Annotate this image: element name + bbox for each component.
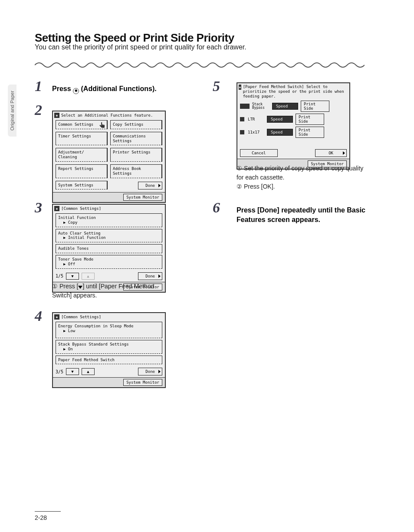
step1-text-b: (Additional Functions). <box>79 85 157 92</box>
lcd3-row-1[interactable]: Auto Clear Setting ▶ Initial Function <box>56 229 162 243</box>
lcd3-row-2[interactable]: Audible Tones <box>56 244 162 253</box>
lcd4-header-row: ✱ [Common Settings] <box>54 314 164 320</box>
step5-instruction-1: ① Set the priority of copy speed or copy… <box>237 164 367 182</box>
lcd5-cancel[interactable]: Cancel <box>240 149 278 157</box>
step-number-4: 4 <box>35 308 42 324</box>
lcd3-row-0[interactable]: Initial Function ▶ Copy <box>56 213 162 227</box>
lcd4-page: 3/5 <box>56 369 63 374</box>
gear-icon: ✱ <box>239 85 241 90</box>
lcd2-btn-printer[interactable]: Printer Settings <box>110 148 162 162</box>
step3-instruction: ① Press [] until [Paper Feed Method Swit… <box>52 282 174 300</box>
lcd5-label-1: LTR <box>247 117 264 121</box>
step-number-6: 6 <box>213 199 220 216</box>
lcd3-paginator: 1/5 ▼ ▲ Done <box>53 271 165 282</box>
lcd5-row-0: Stack Bypass Speed Print Side <box>240 101 347 112</box>
gear-icon: ✱ <box>54 113 59 118</box>
lcd3-row-1-t: Auto Clear Setting <box>58 231 101 235</box>
lcd3-row-3[interactable]: Toner Save Mode ▶ Off <box>56 255 162 269</box>
lcd4-sysbar: System Monitor <box>53 377 165 387</box>
circled-1-icon: ① <box>237 165 242 172</box>
lcd2-btn-adjust[interactable]: Adjustment/ Cleaning <box>56 148 108 162</box>
lcd-step4: ✱ [Common Settings] Energy Consumption i… <box>52 312 166 388</box>
lcd5-header-row: ✱ [Paper Feed Method Switch] Select to p… <box>239 85 348 98</box>
lcd3-row-2-t: Audible Tones <box>58 246 89 251</box>
lcd4-row-2[interactable]: Paper Feed Method Switch <box>56 356 162 365</box>
gear-icon: ✱ <box>54 206 59 211</box>
step3-text-a: Press [ <box>59 283 79 290</box>
step-number-3: 3 <box>35 199 42 216</box>
lcd5-footer: Cancel OK <box>237 146 349 159</box>
lcd5-speed-0[interactable]: Speed <box>272 103 298 110</box>
lcd4-row-0[interactable]: Energy Consumption in Sleep Mode ▶ Low <box>56 322 162 338</box>
lcd5-row-2: 11x17 Speed Print Side <box>240 127 347 138</box>
step-number-1: 1 <box>35 78 42 95</box>
lcd4-down-arrow[interactable]: ▼ <box>66 368 79 375</box>
lcd5-side-2[interactable]: Print Side <box>296 127 324 138</box>
lcd3-row-1-s: ▶ Initial Function <box>58 235 106 240</box>
lcd2-done[interactable]: Done <box>138 182 162 189</box>
lcd3-row-3-s: ▶ Off <box>58 262 75 266</box>
drawer2-icon <box>240 130 244 134</box>
page-title: Setting the Speed or Print Side Priority <box>35 31 234 45</box>
lcd2-btn-timer[interactable]: Timer Settings <box>56 132 108 146</box>
lcd4-header: [Common Settings] <box>61 315 101 319</box>
down-triangle-icon <box>78 286 82 289</box>
lcd5-side-1[interactable]: Print Side <box>296 114 324 125</box>
gear-icon: ✱ <box>54 314 59 320</box>
circled-2-icon: ② <box>237 183 242 190</box>
lcd5-speed-2[interactable]: Speed <box>267 129 293 136</box>
lcd3-row-0-t: Initial Function <box>58 215 96 220</box>
lcd2-btn-copy[interactable]: Copy Settings <box>110 120 162 129</box>
lcd4-done[interactable]: Done <box>138 368 162 375</box>
drawer1-icon <box>240 117 244 121</box>
lcd3-row-0-s: ▶ Copy <box>58 220 78 225</box>
lcd5-row-1: LTR Speed Print Side <box>240 114 347 125</box>
lcd2-header: Select an Additional Functions feature. <box>61 113 153 117</box>
lcd3-row-3-t: Toner Save Mode <box>58 257 93 261</box>
lcd-step3: ✱ [Common Settings] Initial Function ▶ C… <box>52 204 166 293</box>
step1-text-a: Press <box>52 85 73 92</box>
lcd2-sysmon[interactable]: System Monitor <box>123 194 162 201</box>
lcd3-header-row: ✱ [Common Settings] <box>54 206 164 211</box>
lcd2-header-row: ✱ Select an Additional Functions feature… <box>54 113 164 118</box>
lcd5-header: [Paper Feed Method Switch] Select to pri… <box>243 85 348 98</box>
lcd2-grid: Common Settings Copy Settings Timer Sett… <box>53 120 165 192</box>
lcd3-down-arrow[interactable]: ▼ <box>66 273 79 280</box>
lcd2-btn-report[interactable]: Report Settings <box>56 164 108 178</box>
lcd-step5: ✱ [Paper Feed Method Switch] Select to p… <box>237 82 350 170</box>
lcd-step2: ✱ Select an Additional Functions feature… <box>52 111 166 203</box>
lcd5-label-2: 11x17 <box>247 130 264 134</box>
lcd4-sysmon[interactable]: System Monitor <box>123 379 162 386</box>
lcd2-btn-addr[interactable]: Address Book Settings <box>110 164 162 178</box>
lcd5-ok[interactable]: OK <box>315 149 347 157</box>
lcd3-page: 1/5 <box>56 274 63 278</box>
step5-text-1: Set the priority of copy speed or copy q… <box>237 165 363 181</box>
step-number-5: 5 <box>213 78 220 95</box>
additional-functions-icon: ✱ <box>73 88 79 94</box>
side-tab: Original and Paper <box>8 85 16 137</box>
step1-text: Press ✱ (Additional Functions). <box>52 84 165 94</box>
lcd5-label-0: Stack Bypass <box>252 103 269 110</box>
page-number: 2-28 <box>35 511 61 521</box>
lcd5-speed-1[interactable]: Speed <box>267 116 293 123</box>
lcd3-done[interactable]: Done <box>138 272 162 280</box>
bypass-tray-icon <box>240 104 250 109</box>
lcd2-btn-system[interactable]: System Settings <box>56 181 108 190</box>
lcd3-header: [Common Settings] <box>61 206 101 211</box>
lcd4-paginator: 3/5 ▼ ▲ Done <box>53 366 165 377</box>
lcd4-row-1-s: ▶ On <box>58 347 73 351</box>
lcd4-row-1[interactable]: Stack Bypass Standard Settings ▶ On <box>56 340 162 354</box>
wave-divider <box>35 61 365 69</box>
page-subtitle: You can set the priority of print speed … <box>35 43 246 51</box>
lcd5-side-0[interactable]: Print Side <box>301 101 329 112</box>
step5-text-2: Press [OK]. <box>244 183 275 190</box>
step-number-2: 2 <box>35 102 42 118</box>
lcd2-btn-comm[interactable]: Communications Settings <box>110 132 162 146</box>
lcd2-sysbar: System Monitor <box>53 192 165 202</box>
lcd3-up-arrow[interactable]: ▲ <box>82 273 95 280</box>
step6-text: Press [Done] repeatedly until the Basic … <box>237 206 367 225</box>
lcd4-up-arrow[interactable]: ▲ <box>82 368 95 375</box>
lcd4-row-0-t: Energy Consumption in Sleep Mode <box>58 324 133 328</box>
lcd4-row-2-t: Paper Feed Method Switch <box>58 358 115 362</box>
hand-pointer-icon <box>98 121 107 130</box>
